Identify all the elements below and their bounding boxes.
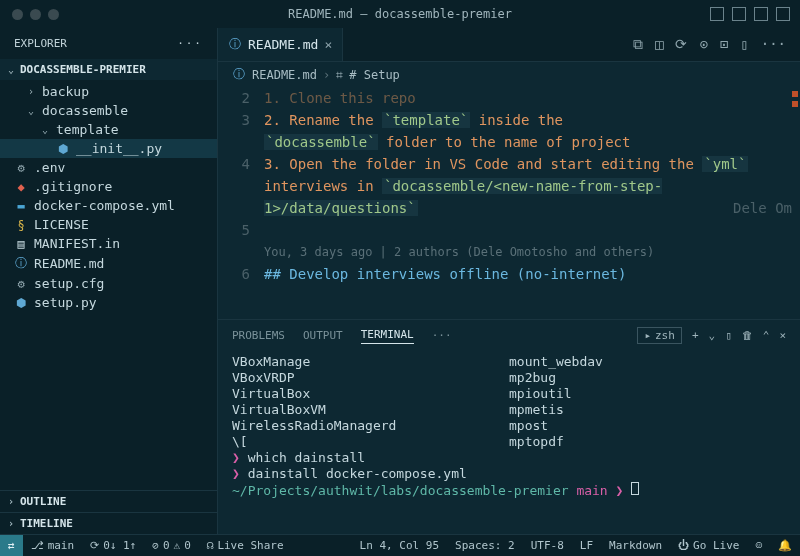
- line-number: 2: [218, 87, 264, 109]
- trash-icon[interactable]: 🗑: [742, 329, 753, 342]
- tab-readme[interactable]: ⓘ README.md ×: [218, 28, 343, 61]
- tab-label: README.md: [248, 37, 318, 52]
- chevron-down-icon: ⌄: [8, 64, 16, 75]
- close-panel-icon[interactable]: ×: [779, 329, 786, 342]
- file-init-py[interactable]: ⬢__init__.py: [0, 139, 217, 158]
- eol[interactable]: LF: [572, 539, 601, 552]
- git-sync[interactable]: ⟳0↓ 1↑: [82, 539, 144, 552]
- maximize-window[interactable]: [48, 9, 59, 20]
- remote-indicator[interactable]: ⇄: [0, 535, 23, 556]
- file-icon: ▤: [14, 237, 28, 251]
- file-setup-cfg[interactable]: ⚙setup.cfg: [0, 274, 217, 293]
- live-share[interactable]: ☊Live Share: [199, 539, 292, 552]
- error-icon: ⊘: [152, 539, 159, 552]
- close-window[interactable]: [12, 9, 23, 20]
- line-number: 3: [218, 109, 264, 153]
- explorer-more-icon[interactable]: ···: [177, 37, 203, 50]
- more-icon[interactable]: ⊡: [720, 36, 728, 53]
- window-title: README.md — docassemble-premier: [288, 7, 512, 21]
- shell-selector[interactable]: ▸zsh: [637, 327, 682, 344]
- split-terminal-icon[interactable]: ▯: [725, 329, 732, 342]
- chevron-right-icon: ›: [8, 496, 16, 507]
- chevron-down-icon[interactable]: ⌄: [709, 329, 716, 342]
- chevron-right-icon: ›: [8, 518, 16, 529]
- terminal-cursor: [631, 482, 639, 495]
- certificate-icon: §: [14, 218, 28, 232]
- cursor-position[interactable]: Ln 4, Col 95: [352, 539, 447, 552]
- window-controls: [0, 9, 59, 20]
- overflow-icon[interactable]: ···: [761, 36, 786, 53]
- git-blame-annotation: You, 3 days ago | 2 authors (Dele Omotos…: [218, 241, 800, 263]
- diff-icon[interactable]: ◫: [655, 36, 663, 53]
- gear-icon: ⚙: [14, 161, 28, 175]
- tab-output[interactable]: OUTPUT: [303, 327, 343, 344]
- line-number: 5: [218, 219, 264, 241]
- breadcrumb-section: # Setup: [349, 68, 400, 82]
- bell-icon[interactable]: 🔔: [770, 539, 800, 552]
- minimize-window[interactable]: [30, 9, 41, 20]
- prompt-icon: ❯: [232, 466, 248, 481]
- layout-controls: [710, 7, 790, 21]
- minimap[interactable]: [790, 87, 800, 319]
- file-docker-compose[interactable]: ▬docker-compose.yml: [0, 196, 217, 215]
- line-number: 6: [218, 263, 264, 285]
- chevron-down-icon: ⌄: [42, 124, 50, 135]
- panel-toggle-icon[interactable]: [754, 7, 768, 21]
- split-icon[interactable]: ▯: [740, 36, 748, 53]
- file-env[interactable]: ⚙.env: [0, 158, 217, 177]
- file-manifest[interactable]: ▤MANIFEST.in: [0, 234, 217, 253]
- indentation[interactable]: Spaces: 2: [447, 539, 523, 552]
- go-live[interactable]: ⏻Go Live: [670, 539, 747, 552]
- problems-count[interactable]: ⊘0 ⚠0: [144, 539, 199, 552]
- folder-docassemble[interactable]: ⌄docassemble: [0, 101, 217, 120]
- encoding[interactable]: UTF-8: [523, 539, 572, 552]
- explorer-header: EXPLORER ···: [0, 28, 217, 59]
- breadcrumb-sep: ›: [323, 68, 330, 82]
- panel-toggle-icon[interactable]: [776, 7, 790, 21]
- project-name: DOCASSEMBLE-PREMIER: [20, 63, 146, 76]
- code-editor[interactable]: 21. Clone this repo 32. Rename the `temp…: [218, 87, 800, 319]
- outline-section[interactable]: ›OUTLINE: [0, 490, 217, 512]
- file-setup-py[interactable]: ⬢setup.py: [0, 293, 217, 312]
- explorer-label: EXPLORER: [14, 37, 67, 50]
- broadcast-icon: ☊: [207, 539, 214, 552]
- info-icon: ⓘ: [14, 255, 28, 272]
- branch-icon: ⎇: [31, 539, 44, 552]
- warning-icon: ⚠: [174, 539, 181, 552]
- feedback-icon[interactable]: ☺: [747, 539, 770, 552]
- run-icon[interactable]: ⟳: [675, 36, 687, 53]
- sync-icon: ⟳: [90, 539, 99, 552]
- editor-tabs: ⓘ README.md × ⧉ ◫ ⟳ ⊙ ⊡ ▯ ···: [218, 28, 800, 62]
- folder-template[interactable]: ⌄template: [0, 120, 217, 139]
- file-license[interactable]: §LICENSE: [0, 215, 217, 234]
- file-readme[interactable]: ⓘREADME.md: [0, 253, 217, 274]
- chevron-down-icon: ⌄: [28, 105, 36, 116]
- file-gitignore[interactable]: ◆.gitignore: [0, 177, 217, 196]
- titlebar: README.md — docassemble-premier: [0, 0, 800, 28]
- panel-toggle-icon[interactable]: [710, 7, 724, 21]
- info-icon: ⓘ: [228, 36, 242, 53]
- heading-icon: ⌗: [336, 68, 343, 82]
- panel-toggle-icon[interactable]: [732, 7, 746, 21]
- language-mode[interactable]: Markdown: [601, 539, 670, 552]
- git-branch[interactable]: ⎇main: [23, 539, 83, 552]
- breadcrumb[interactable]: ⓘ README.md › ⌗ # Setup: [218, 62, 800, 87]
- inline-blame: Dele Om: [733, 197, 792, 219]
- tab-terminal[interactable]: TERMINAL: [361, 326, 414, 344]
- project-header[interactable]: ⌄ DOCASSEMBLE-PREMIER: [0, 59, 217, 80]
- prompt-icon: ❯: [232, 450, 248, 465]
- timeline-section[interactable]: ›TIMELINE: [0, 512, 217, 534]
- terminal-output[interactable]: VBoxManage VBoxVRDP VirtualBox VirtualBo…: [218, 350, 800, 534]
- editor-actions: ⧉ ◫ ⟳ ⊙ ⊡ ▯ ···: [633, 36, 800, 53]
- editor-area: ⓘ README.md × ⧉ ◫ ⟳ ⊙ ⊡ ▯ ··· ⓘ README.m…: [218, 28, 800, 534]
- file-tree: ›backup ⌄docassemble ⌄template ⬢__init__…: [0, 80, 217, 490]
- nav-icon[interactable]: ⊙: [699, 36, 707, 53]
- maximize-panel-icon[interactable]: ⌃: [763, 329, 770, 342]
- preview-icon[interactable]: ⧉: [633, 36, 643, 53]
- statusbar: ⇄ ⎇main ⟳0↓ 1↑ ⊘0 ⚠0 ☊Live Share Ln 4, C…: [0, 534, 800, 556]
- folder-backup[interactable]: ›backup: [0, 82, 217, 101]
- tab-problems[interactable]: PROBLEMS: [232, 327, 285, 344]
- close-tab-icon[interactable]: ×: [324, 37, 332, 52]
- tab-overflow-icon[interactable]: ···: [432, 327, 452, 344]
- new-terminal-icon[interactable]: +: [692, 329, 699, 342]
